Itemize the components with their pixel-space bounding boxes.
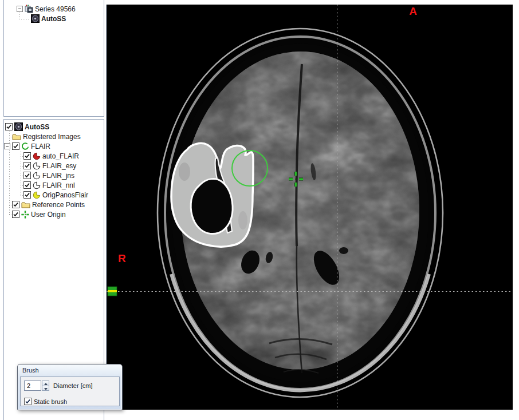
diameter-row: Diameter [cm]: [24, 381, 92, 391]
checkbox-checked[interactable]: [23, 172, 31, 179]
static-brush-label: Static brush: [34, 398, 67, 405]
spin-up-button[interactable]: [42, 381, 49, 386]
checkbox-checked[interactable]: [12, 211, 19, 218]
lesion-contour: [171, 143, 253, 247]
tree-item-autoss-root[interactable]: AutoSS: [5, 122, 49, 131]
tree-item-label[interactable]: auto_FLAIR: [42, 152, 79, 160]
diameter-stepper: [42, 381, 49, 391]
collapse-minus-icon[interactable]: [17, 6, 23, 12]
blob-yellow-icon: [33, 191, 41, 199]
tree-item-label[interactable]: Series 49566: [35, 5, 76, 13]
tree-item-label[interactable]: FLAIR_nnl: [42, 181, 75, 189]
brush-dialog-titlebar[interactable]: Brush: [18, 364, 122, 376]
series-icon: [25, 5, 33, 13]
checkbox-checked[interactable]: [23, 191, 31, 199]
folder-icon: [21, 201, 30, 209]
orientation-label-right: R: [118, 252, 126, 264]
checkbox-checked[interactable]: [23, 152, 31, 160]
diameter-label: Diameter [cm]: [53, 382, 92, 389]
tree-item-label[interactable]: FLAIR_esy: [42, 162, 76, 170]
tree-item-flair[interactable]: FLAIR: [4, 142, 50, 150]
checkbox-checked[interactable]: [23, 181, 31, 189]
brush-dialog: Brush Diameter [cm] Static brush: [17, 364, 123, 410]
blob-red-icon: [33, 152, 41, 160]
tree-item-user-origin[interactable]: User Origin: [12, 210, 66, 219]
tree-item-label[interactable]: User Origin: [31, 211, 66, 219]
collapse-minus-icon[interactable]: [4, 143, 10, 149]
tree-item-auto-flair[interactable]: auto_FLAIR: [23, 152, 79, 160]
tree-item-label[interactable]: FLAIR_jns: [42, 172, 74, 180]
slice-position-marker[interactable]: [108, 287, 117, 296]
tree-item-flair-jns[interactable]: FLAIR_jns: [23, 171, 74, 180]
application-window: Series 49566 AutoSS: [0, 0, 519, 420]
tree-item-reference-points[interactable]: Reference Points: [12, 200, 85, 209]
checkbox-checked[interactable]: [12, 201, 19, 208]
blob-white-icon: [33, 172, 41, 180]
tree-item-origpanosflair[interactable]: OrigPanosFlair: [23, 191, 88, 199]
blob-white-icon: [33, 181, 41, 189]
mri-axial-image[interactable]: A R: [107, 5, 513, 410]
tree-item-label[interactable]: FLAIR: [31, 142, 50, 150]
checkbox-checked[interactable]: [5, 123, 13, 130]
brush-dialog-body: Diameter [cm] Static brush: [20, 377, 120, 406]
checkbox-checked[interactable]: [12, 142, 19, 150]
mri-axial-viewport[interactable]: A R: [106, 5, 513, 410]
tree-item-label[interactable]: Reference Points: [32, 201, 85, 209]
blob-white-icon: [33, 162, 41, 170]
tree-item-label[interactable]: OrigPanosFlair: [42, 191, 88, 199]
checkbox-checked[interactable]: [23, 162, 31, 169]
origin-crosshair-icon: [21, 211, 29, 219]
tree-connector: [19, 13, 20, 19]
orientation-label-anterior: A: [409, 5, 417, 17]
tree-item-series[interactable]: Series 49566: [17, 5, 76, 13]
brush-dialog-title: Brush: [22, 367, 39, 374]
series-tree-panel: Series 49566 AutoSS: [3, 0, 104, 117]
tree-item-label[interactable]: Registered Images: [23, 133, 81, 141]
contour-ring-icon: [21, 142, 29, 150]
tree-connector: [19, 19, 29, 19]
tree-item-label[interactable]: AutoSS: [25, 123, 49, 131]
lesion-cavity: [191, 179, 233, 233]
structure-set-icon: [14, 122, 23, 131]
tree-item-flair-nnl[interactable]: FLAIR_nnl: [23, 181, 75, 189]
tree-item-autoss-series[interactable]: AutoSS: [29, 14, 66, 23]
static-brush-checkbox[interactable]: [24, 398, 32, 405]
structure-set-icon: [31, 14, 40, 23]
static-brush-row[interactable]: Static brush: [24, 398, 67, 405]
tree-item-registered-images[interactable]: Registered Images: [12, 132, 81, 141]
tree-connector: [21, 151, 21, 196]
spin-down-button[interactable]: [42, 386, 49, 391]
folder-icon: [12, 133, 21, 141]
tree-item-flair-esy[interactable]: FLAIR_esy: [23, 161, 76, 170]
tree-item-label[interactable]: AutoSS: [41, 15, 66, 23]
diameter-input[interactable]: [24, 381, 41, 391]
